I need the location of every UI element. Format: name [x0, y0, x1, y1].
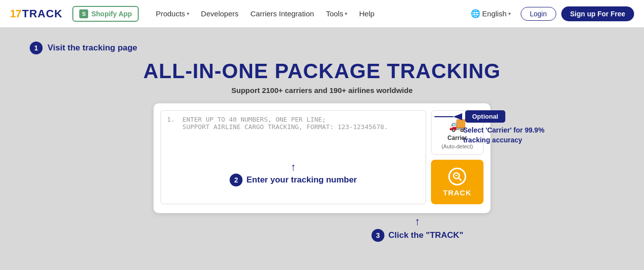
step1-text: Visit the tracking page — [48, 43, 137, 53]
nav-products[interactable]: Products ▾ — [151, 6, 194, 21]
nav-language[interactable]: 🌐 English ▾ — [466, 6, 515, 21]
nav-help[interactable]: Help — [354, 6, 379, 21]
tools-chevron-icon: ▾ — [345, 11, 347, 16]
svg-line-1 — [459, 178, 461, 180]
tracking-input[interactable]: 1. ENTER UP TO 40 NUMBERS, ONE PER LINE;… — [161, 110, 426, 204]
step1-row: 1 Visit the tracking page — [30, 42, 614, 54]
shopify-label: Shopify App — [91, 10, 132, 18]
optional-badge: Optional — [465, 110, 505, 123]
nav-links: Products ▾ Developers Carriers Integrati… — [151, 6, 462, 21]
step1-badge: 1 — [30, 42, 43, 54]
logo[interactable]: 17 TRACK — [10, 7, 62, 20]
hero-subtitle: Support 2100+ carriers and 190+ airlines… — [30, 86, 614, 94]
navbar: 17 TRACK S Shopify App Products ▾ Develo… — [0, 0, 644, 28]
nav-actions: 🌐 English ▾ Login Sign up For Free — [466, 6, 634, 21]
track-button[interactable]: TRACK — [431, 160, 483, 204]
hero-title: ALL-IN-ONE PACKAGE TRACKING — [30, 59, 614, 83]
step3-text: Click the "TRACK" — [388, 230, 463, 240]
nav-carriers[interactable]: Carriers Integration — [245, 6, 319, 21]
login-button[interactable]: Login — [521, 7, 556, 21]
main-content: 1 Visit the tracking page ALL-IN-ONE PAC… — [0, 28, 644, 223]
track-search-icon — [448, 168, 466, 185]
nav-tools[interactable]: Tools ▾ — [321, 6, 352, 21]
track-label: TRACK — [443, 188, 472, 197]
products-chevron-icon: ▾ — [187, 11, 189, 16]
tracking-area: 1. ENTER UP TO 40 NUMBERS, ONE PER LINE;… — [30, 103, 614, 213]
step3-arrow-icon: ↑ — [415, 215, 420, 228]
optional-annotation: Optional Select 'Carrier' for 99.9% trac… — [434, 110, 552, 145]
logo-track: TRACK — [22, 7, 62, 20]
optional-description: Select 'Carrier' for 99.9% tracking accu… — [463, 126, 552, 145]
svg-marker-2 — [453, 113, 462, 120]
step3-badge: 3 — [372, 229, 384, 242]
signup-button[interactable]: Sign up For Free — [561, 6, 634, 21]
logo-17: 17 — [10, 7, 21, 20]
nav-developers[interactable]: Developers — [196, 6, 244, 21]
tracking-input-wrap: 1. ENTER UP TO 40 NUMBERS, ONE PER LINE;… — [161, 110, 426, 206]
globe-icon: 🌐 — [471, 9, 481, 18]
shopify-icon: S — [79, 9, 88, 18]
language-chevron-icon: ▾ — [508, 11, 511, 16]
shopify-app-button[interactable]: S Shopify App — [72, 6, 139, 22]
optional-badge-row: Optional — [434, 110, 505, 123]
step3-annotation: ↑ 3 Click the "TRACK" — [372, 215, 463, 242]
step3-row: 3 Click the "TRACK" — [372, 229, 463, 242]
optional-arrow-icon — [453, 113, 462, 120]
